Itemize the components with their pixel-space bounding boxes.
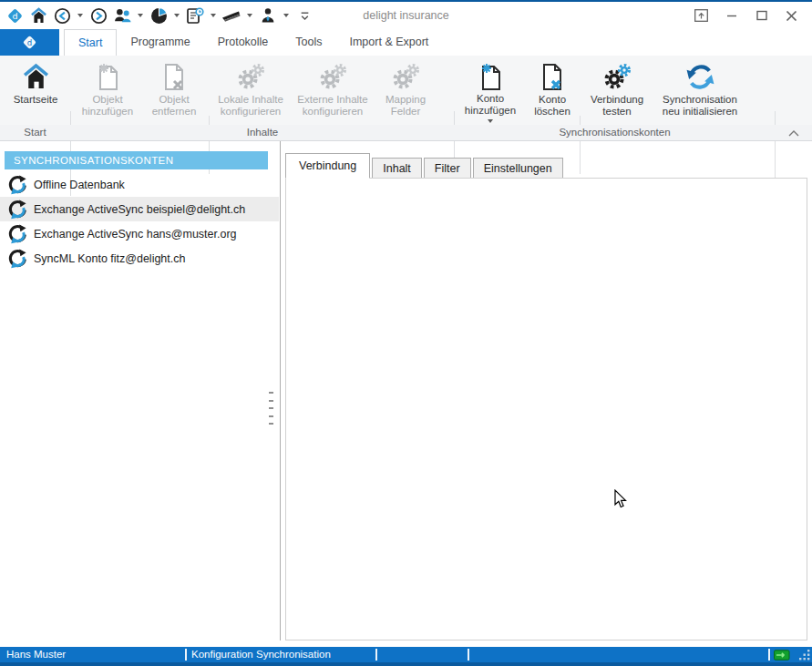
- app-logo-icon: d: [5, 5, 25, 26]
- sidebar-item-label: Exchange ActiveSync hans@muster.org: [34, 228, 237, 241]
- synchronisation-neu-label: Synchronisation neu initialisieren: [653, 94, 747, 118]
- sidebar-header: SYNCHRONISATIONSKONTEN: [5, 151, 268, 169]
- scanner-dropdown-caret[interactable]: [245, 5, 254, 26]
- pie-chart-dropdown-caret[interactable]: [172, 5, 181, 26]
- ribbon-tab-protokolle[interactable]: Protokolle: [204, 29, 283, 56]
- add-object-icon: [94, 60, 121, 94]
- ribbon-tab-row: d Start Programme Protokolle Tools Impor…: [0, 29, 812, 56]
- statusbar-separator: [468, 649, 469, 661]
- synchronisation-neu-button[interactable]: Synchronisation neu initialisieren: [653, 57, 747, 123]
- svg-text:d: d: [12, 11, 17, 21]
- sync-account-icon: [7, 249, 27, 269]
- pie-chart-icon[interactable]: [149, 5, 169, 26]
- forward-icon[interactable]: [88, 5, 108, 26]
- status-bar: Hans Muster Konfiguration Synchronisatio…: [0, 647, 812, 662]
- tab-filter[interactable]: Filter: [424, 158, 471, 179]
- lokale-inhalte-button: Lokale Inhalte konfigurieren: [211, 57, 290, 123]
- ribbon-tab-programme[interactable]: Programme: [117, 29, 203, 56]
- person-dropdown-caret[interactable]: [282, 5, 291, 26]
- statusbar-context: Konfiguration Synchronisation: [191, 647, 331, 662]
- collapse-ribbon-icon[interactable]: [786, 127, 802, 140]
- objekt-hinzufuegen-label: Objekt hinzufügen: [75, 94, 140, 118]
- sidebar-item-exchange-hans[interactable]: Exchange ActiveSync hans@muster.org: [0, 221, 279, 246]
- contacts-icon[interactable]: [112, 5, 132, 26]
- back-dropdown-caret[interactable]: [76, 5, 85, 26]
- tab-verbindung[interactable]: Verbindung: [285, 153, 370, 179]
- ribbon-display-options-icon[interactable]: [686, 3, 716, 28]
- sync-account-icon: [7, 175, 27, 195]
- sidebar-item-label: SyncML Konto fitz@delight.ch: [34, 252, 185, 265]
- test-connection-icon: [601, 60, 632, 94]
- back-icon[interactable]: [52, 5, 72, 26]
- sidebar-item-exchange-beispiel[interactable]: Exchange ActiveSync beispiel@delight.ch: [0, 197, 279, 221]
- konto-hinzufuegen-label: Konto hinzufügen: [457, 93, 523, 117]
- externe-inhalte-label: Externe Inhalte konfigurieren: [292, 94, 374, 118]
- verbindung-testen-label: Verbindung testen: [583, 94, 651, 118]
- person-icon[interactable]: [258, 5, 278, 26]
- reinitialize-sync-icon: [685, 60, 715, 94]
- sidebar-item-label: Offline Datenbank: [34, 179, 125, 191]
- konto-loeschen-label: Konto löschen: [527, 94, 578, 118]
- sidebar-item-offline-datenbank[interactable]: Offline Datenbank: [0, 172, 279, 197]
- konto-loeschen-button[interactable]: Konto löschen: [527, 57, 578, 123]
- application-window: d: [0, 0, 812, 666]
- configure-external-content-icon: [317, 60, 348, 94]
- objekt-hinzufuegen-button: Objekt hinzufügen: [75, 57, 140, 123]
- externe-inhalte-button: Externe Inhalte konfigurieren: [292, 57, 374, 123]
- home-icon[interactable]: [28, 5, 48, 26]
- title-bar[interactable]: d: [0, 2, 812, 29]
- mapping-felder-button: Mapping Felder: [375, 57, 436, 123]
- customize-qat-icon[interactable]: [294, 5, 314, 26]
- contacts-dropdown-caret[interactable]: [136, 5, 145, 26]
- minimize-icon[interactable]: [716, 3, 746, 28]
- ribbon-tab-tools[interactable]: Tools: [282, 29, 335, 56]
- window-controls: [686, 2, 807, 29]
- verbindung-testen-button[interactable]: Verbindung testen: [583, 57, 651, 123]
- tab-content-panel: [285, 178, 807, 640]
- detail-tabstrip: Verbindung Inhalt Filter Einstellungen: [285, 153, 565, 179]
- maximize-icon[interactable]: [746, 3, 776, 28]
- statusbar-separator: [185, 649, 187, 661]
- remove-object-icon: [160, 60, 188, 94]
- statusbar-user: Hans Muster: [6, 647, 66, 662]
- resize-grip[interactable]: [799, 650, 811, 661]
- sync-account-icon: [7, 200, 27, 220]
- splitter-handle[interactable]: [269, 392, 276, 425]
- journal-dropdown-caret[interactable]: [209, 5, 218, 26]
- scanner-icon[interactable]: [221, 5, 242, 26]
- journal-icon[interactable]: [185, 5, 205, 26]
- tab-inhalt[interactable]: Inhalt: [372, 158, 422, 179]
- sync-account-icon: [7, 224, 27, 244]
- sidebar-item-syncml-fitz[interactable]: SyncML Konto fitz@delight.ch: [0, 246, 279, 271]
- konto-hinzufuegen-dropdown-caret[interactable]: [488, 119, 493, 123]
- objekt-entfernen-button: Objekt entfernen: [142, 57, 206, 123]
- delete-account-icon: [539, 60, 566, 94]
- configure-local-content-icon: [235, 60, 266, 94]
- add-account-icon: [477, 60, 504, 93]
- ribbon-body: Startseite Objekt hinzufügen Objekt entf…: [0, 56, 812, 125]
- group-label-synchronisationskonten: Synchronisationskonten: [455, 125, 775, 140]
- close-icon[interactable]: [776, 3, 807, 28]
- sidebar-divider: [280, 141, 281, 640]
- svg-text:d: d: [27, 38, 32, 47]
- app-menu-button[interactable]: d: [0, 29, 59, 56]
- statusbar-separator: [375, 649, 377, 661]
- ribbon-tabstrip: Start Programme Protokolle Tools Import …: [64, 29, 442, 56]
- mouse-cursor: [613, 489, 627, 508]
- startseite-label: Startseite: [14, 94, 58, 106]
- tab-einstellungen[interactable]: Einstellungen: [473, 158, 563, 179]
- home-large-icon: [22, 60, 50, 94]
- group-label-start: Start: [0, 125, 70, 140]
- mapping-felder-label: Mapping Felder: [375, 94, 436, 118]
- lokale-inhalte-label: Lokale Inhalte konfigurieren: [211, 94, 290, 118]
- quick-access-toolbar: d: [5, 2, 314, 29]
- connection-status-icon: [774, 650, 790, 661]
- mapping-fields-icon: [390, 60, 421, 94]
- window-border-bottom: [0, 662, 812, 666]
- ribbon-tab-import-export[interactable]: Import & Export: [335, 29, 442, 56]
- startseite-button[interactable]: Startseite: [2, 57, 69, 123]
- konto-hinzufuegen-button[interactable]: Konto hinzufügen: [457, 57, 523, 123]
- ribbon-tab-start[interactable]: Start: [64, 29, 117, 56]
- objekt-entfernen-label: Objekt entfernen: [142, 94, 206, 118]
- sidebar-item-label: Exchange ActiveSync beispiel@delight.ch: [34, 203, 245, 216]
